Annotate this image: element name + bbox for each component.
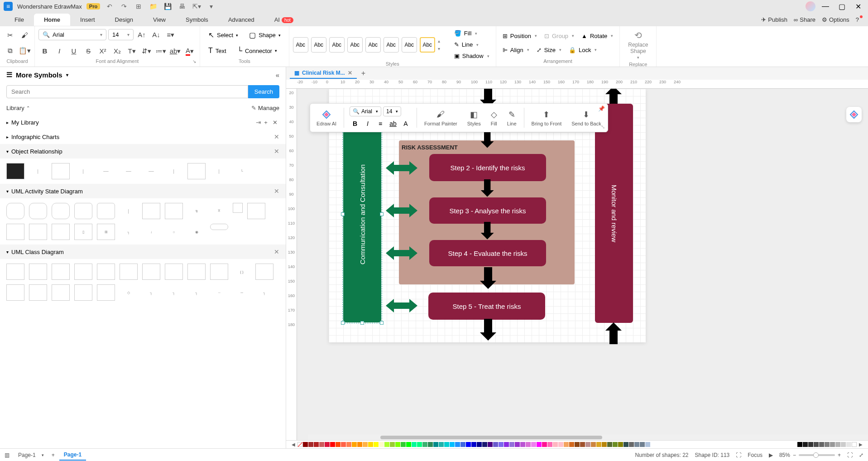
float-align[interactable]: ≡ xyxy=(375,118,386,129)
shape-item[interactable]: ┐ xyxy=(187,284,206,301)
shape-item[interactable] xyxy=(74,284,92,301)
shadow-button[interactable]: ▣Shadow▾ xyxy=(451,51,492,61)
export-icon[interactable]: ⇱▾ xyxy=(192,1,201,11)
shape-item[interactable] xyxy=(120,264,138,280)
menu-advanced[interactable]: Advanced xyxy=(218,14,264,26)
focus-label[interactable]: Focus xyxy=(748,452,762,458)
symbol-search-input[interactable] xyxy=(6,85,248,98)
shape-item[interactable] xyxy=(29,284,47,301)
bold-button[interactable]: B xyxy=(38,45,51,58)
step2-box[interactable]: Step 2 - Identify the risks xyxy=(429,154,546,181)
color-swatch[interactable] xyxy=(336,442,340,447)
shape-item[interactable] xyxy=(187,163,206,179)
italic-button[interactable]: I xyxy=(53,45,66,58)
shape-item[interactable]: ╌ xyxy=(210,284,228,301)
shape-item[interactable] xyxy=(6,163,24,179)
style-preset[interactable]: Abc xyxy=(384,37,399,53)
expand-icon[interactable]: ↘ xyxy=(192,59,196,64)
expand-icon[interactable]: ⤡ xyxy=(601,124,605,130)
new-icon[interactable]: ⊞ xyxy=(134,1,144,11)
shape-item[interactable] xyxy=(29,224,47,240)
color-swatch[interactable] xyxy=(537,442,542,447)
shape-item[interactable]: ┐ xyxy=(142,284,160,301)
shape-item[interactable]: │ xyxy=(29,163,47,179)
color-swatch[interactable] xyxy=(803,442,808,447)
more-symbols-label[interactable]: More Symbols xyxy=(16,71,62,79)
color-swatch[interactable] xyxy=(596,442,601,447)
float-bold[interactable]: B xyxy=(350,118,360,129)
font-size-select[interactable]: 14▾ xyxy=(108,29,134,40)
color-swatch[interactable] xyxy=(384,442,389,447)
menu-view[interactable]: View xyxy=(143,14,176,26)
shape-item[interactable] xyxy=(165,203,183,219)
monitor-review-box[interactable]: Monitor and review xyxy=(595,104,633,323)
shape-item[interactable] xyxy=(142,203,160,219)
shape-item[interactable] xyxy=(29,203,47,219)
color-swatch[interactable] xyxy=(460,442,465,447)
text-case-button[interactable]: T▾ xyxy=(125,45,138,58)
menu-design[interactable]: Design xyxy=(105,14,143,26)
color-swatch[interactable] xyxy=(319,442,324,447)
shape-item[interactable]: ◉ xyxy=(187,224,206,240)
color-swatch[interactable] xyxy=(797,442,802,447)
color-swatch[interactable] xyxy=(575,442,580,447)
color-swatch[interactable] xyxy=(439,442,444,447)
color-swatch[interactable] xyxy=(477,442,482,447)
shape-item[interactable]: ── xyxy=(120,163,138,179)
shape-tool[interactable]: ▢Shape▾ xyxy=(245,29,285,41)
float-styles[interactable]: ◧Styles xyxy=(463,108,485,128)
connector-tool[interactable]: └Connector▾ xyxy=(233,45,282,57)
maximize-button[interactable]: ▢ xyxy=(835,1,848,11)
select-tool[interactable]: ↖Select▾ xyxy=(204,29,243,41)
arrow-shape[interactable] xyxy=(609,322,622,344)
add-tab-button[interactable]: + xyxy=(361,69,365,77)
color-swatch[interactable] xyxy=(526,442,531,447)
color-swatch[interactable] xyxy=(341,442,346,447)
color-swatch[interactable] xyxy=(819,442,824,447)
color-swatch[interactable] xyxy=(607,442,612,447)
shape-item[interactable]: ▯ xyxy=(74,224,92,240)
color-swatch[interactable] xyxy=(808,442,813,447)
color-swatch[interactable] xyxy=(841,442,846,447)
redo-icon[interactable]: ↷ xyxy=(119,1,129,11)
style-preset[interactable]: Abc xyxy=(365,37,381,53)
color-swatch[interactable] xyxy=(379,442,384,447)
color-swatch[interactable] xyxy=(363,442,368,447)
color-swatch[interactable] xyxy=(488,442,493,447)
color-swatch[interactable] xyxy=(558,442,563,447)
fill-button[interactable]: 🪣Fill▾ xyxy=(451,28,492,38)
style-up[interactable]: ▴ xyxy=(438,38,444,43)
style-down[interactable]: ▾ xyxy=(438,46,444,51)
color-swatch[interactable] xyxy=(433,442,438,447)
qat-more-icon[interactable]: ▾ xyxy=(206,1,216,11)
color-swatch[interactable] xyxy=(444,442,449,447)
shape-item[interactable]: │ xyxy=(165,163,183,179)
shape-item[interactable]: ─ xyxy=(233,284,251,301)
style-preset[interactable]: Abc xyxy=(420,37,435,53)
shape-item[interactable] xyxy=(210,224,228,230)
shape-item[interactable] xyxy=(74,203,92,219)
color-swatch[interactable] xyxy=(368,442,373,447)
color-swatch[interactable] xyxy=(504,442,509,447)
color-next[interactable]: ▶ xyxy=(857,442,864,447)
import-icon[interactable]: ⇥ xyxy=(256,119,261,126)
close-icon[interactable]: ✕ xyxy=(274,187,279,195)
color-swatch[interactable] xyxy=(401,442,406,447)
print-icon[interactable]: 🖶 xyxy=(177,1,187,11)
replace-shape-button[interactable]: ⟲ Replace Shape ▾ xyxy=(623,28,652,62)
menu-insert[interactable]: Insert xyxy=(70,14,105,26)
close-icon[interactable]: ✕ xyxy=(274,133,279,140)
double-arrow-shape[interactable] xyxy=(386,298,417,313)
shape-item[interactable]: └ xyxy=(233,163,251,179)
increase-font-button[interactable]: A↑ xyxy=(135,29,148,41)
lib-infographic[interactable]: ▸Infographic Charts ✕ xyxy=(0,130,286,144)
shape-item[interactable] xyxy=(97,264,115,280)
color-swatch[interactable] xyxy=(623,442,628,447)
color-swatch[interactable] xyxy=(422,442,427,447)
line-button[interactable]: ✎Line▾ xyxy=(451,39,492,50)
communication-box[interactable]: Communication and Consultation xyxy=(343,106,381,322)
shape-item[interactable] xyxy=(74,264,92,280)
color-swatch[interactable] xyxy=(547,442,552,447)
add-page-button[interactable]: + xyxy=(52,452,55,458)
canvas[interactable]: Edraw AI 🔍Arial▾ 14▾ B I ≡ ab xyxy=(297,89,868,440)
